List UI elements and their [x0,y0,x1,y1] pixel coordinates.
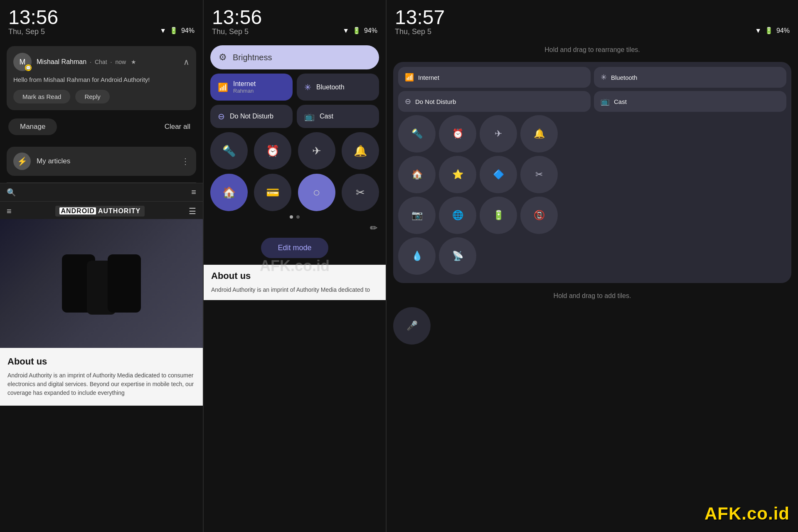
qs-grid-row-3: 🔦 ⏰ ✈ 🔔 [398,115,786,153]
brightness-icon: ⚙ [219,52,227,63]
battery-icon-right: 🔋 [765,27,773,34]
time-right: 13:57 [395,7,445,27]
qs-btn-notification[interactable]: 🔔 [342,132,379,170]
notif-avatar-badge: 💬 [25,64,32,71]
browser-menu-icon[interactable]: ≡ [191,187,196,197]
qs-row-1: 📶 Internet Rahman ✳ Bluetooth [210,74,379,101]
notif-title-row: Mishaal Rahman · Chat · now ★ [37,58,183,66]
grid-bluetooth-label: Bluetooth [611,74,637,81]
about-section-left: About us Android Authority is an imprint… [0,348,203,406]
panel-right: 13:57 Thu, Sep 5 ▼ 🔋 94% Hold and drag t… [387,0,798,532]
qs-tile-cast[interactable]: 📺 Cast [297,105,379,128]
grid-sq-wifi2[interactable]: 📡 [439,237,476,275]
pencil-row: ✏ [204,223,386,234]
edit-mode-button[interactable]: Edit mode [261,238,328,258]
grid-sq-globe[interactable]: 🌐 [439,197,476,234]
browser-search-bar: 🔍 ≡ [0,183,203,201]
internet-text: Internet Rahman [233,80,256,94]
grid-tile-bluetooth[interactable]: ✳ Bluetooth [594,67,786,88]
grid-sq-scissors[interactable]: ✂ [520,156,558,193]
status-bar-left: 13:56 Thu, Sep 5 ▼ 🔋 94% [0,0,203,39]
grid-sq-airplane[interactable]: ✈ [480,115,517,153]
qs-row-2: ⊖ Do Not Disturb 📺 Cast [210,105,379,128]
web-menu-icon[interactable]: ≡ [7,207,12,216]
dot-1 [290,215,293,219]
bottom-sq-mic[interactable]: 🎤 [393,307,431,345]
qs-grid-row-5: 📷 🌐 🔋 📵 [398,197,786,234]
my-articles-row[interactable]: ⚡ My articles ⋮ [7,147,196,176]
notif-message: Hello from Mishaal Rahman for Android Au… [13,75,190,84]
status-left-mid: 13:56 Thu, Sep 5 [212,7,262,36]
web-logo: ANDROID AUTHORITY [55,206,145,217]
qs-btn-wallet[interactable]: 💳 [254,174,291,211]
qs-tile-dnd[interactable]: ⊖ Do Not Disturb [210,105,293,128]
qs-btn-alarm[interactable]: ⏰ [254,132,291,170]
grid-cast-label: Cast [614,98,627,105]
grid-sq-star[interactable]: ⭐ [439,156,476,193]
hint-rearrange: Hold and drag to rearrange tiles. [387,39,798,59]
about-text-middle: Android Authority is an imprint of Autho… [211,286,378,294]
panel-left: 13:56 Thu, Sep 5 ▼ 🔋 94% M 💬 Mishaal Rah… [0,0,204,532]
articles-label: My articles [37,157,175,165]
internet-label: Internet [233,80,256,88]
grid-sq-notification[interactable]: 🔔 [520,115,558,153]
reply-button[interactable]: Reply [75,90,109,103]
bluetooth-label-mid: Bluetooth [316,84,345,91]
time-left: 13:56 [8,7,58,27]
grid-sq-flashlight[interactable]: 🔦 [398,115,436,153]
grid-tile-internet[interactable]: 📶 Internet [398,67,591,88]
grid-tile-cast[interactable]: 📺 Cast [594,91,786,112]
bluetooth-icon-mid: ✳ [304,82,311,92]
date-right: Thu, Sep 5 [395,27,445,36]
articles-icon: ⚡ [13,153,31,170]
qs-btn-home[interactable]: 🏠 [210,174,248,211]
grid-tile-dnd[interactable]: ⊖ Do Not Disturb [398,91,591,112]
qs-btn-scissors[interactable]: ✂ [342,174,379,211]
grid-sq-diamond[interactable]: 🔷 [480,156,517,193]
grid-cast-icon: 📺 [601,97,610,106]
grid-sq-camera[interactable]: 📷 [398,197,436,234]
qs-tile-bluetooth[interactable]: ✳ Bluetooth [297,74,379,101]
grid-sq-alarm[interactable]: ⏰ [439,115,476,153]
browser-search-icon[interactable]: 🔍 [7,188,16,197]
clear-all-button[interactable]: Clear all [160,118,195,135]
wifi-icon-left: ▼ [160,27,166,34]
brightness-label: Brightness [233,53,272,62]
qs-btn-circle[interactable]: ○ [298,174,335,211]
status-left: 13:56 Thu, Sep 5 [8,7,58,36]
grid-sq-nosignal[interactable]: 📵 [520,197,558,234]
battery-percent-right: 94% [776,27,790,34]
grid-sq-home[interactable]: 🏠 [398,156,436,193]
bottom-sq-row: 🎤 [393,307,791,345]
cast-text: Cast [320,113,333,120]
grid-dnd-label: Do Not Disturb [415,98,456,105]
manage-clear-row: Manage Clear all [0,115,203,143]
phone-silhouette-3 [108,254,141,313]
web-hero-image [0,219,203,348]
notif-time: now [115,59,126,65]
battery-percent-left: 94% [181,27,195,34]
internet-sublabel: Rahman [233,88,256,94]
afk-watermark-right: AFK.co.id [704,504,790,524]
grid-internet-icon: 📶 [405,73,414,82]
pencil-icon[interactable]: ✏ [370,223,377,234]
manage-button[interactable]: Manage [8,118,57,135]
panel-middle: 13:56 Thu, Sep 5 ▼ 🔋 94% ⚙ Brightness 📶 … [204,0,387,532]
date-left: Thu, Sep 5 [8,27,58,36]
qs-tile-internet[interactable]: 📶 Internet Rahman [210,74,293,101]
page-dots [204,215,386,219]
status-icons-middle: ▼ 🔋 94% [342,27,377,36]
web-hamburger-icon[interactable]: ☰ [189,206,196,216]
grid-internet-label: Internet [418,74,439,81]
notif-expand-icon[interactable]: ∧ [183,57,190,67]
qs-btn-airplane[interactable]: ✈ [298,132,335,170]
mark-as-read-button[interactable]: Mark as Read [13,90,70,103]
grid-sq-battery[interactable]: 🔋 [480,197,517,234]
cast-label: Cast [320,113,333,120]
brightness-bar[interactable]: ⚙ Brightness [210,45,379,69]
notif-actions: Mark as Read Reply [13,90,190,103]
qs-btn-flashlight[interactable]: 🔦 [210,132,248,170]
grid-sq-water[interactable]: 💧 [398,237,436,275]
articles-more-icon[interactable]: ⋮ [181,156,190,166]
notif-star-icon: ★ [131,59,136,65]
